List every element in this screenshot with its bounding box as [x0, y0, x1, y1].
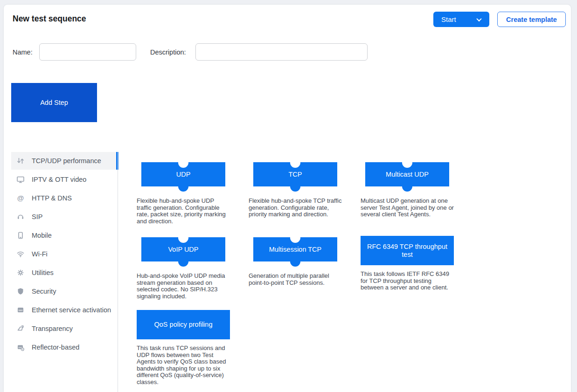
- puzzle-bump: [178, 181, 188, 192]
- sidebar-item-ethernet-service-activation[interactable]: Ethernet service activation: [11, 301, 118, 319]
- task-cell: TCP Flexible hub-and-spoke TCP traffic g…: [239, 162, 351, 218]
- sidebar-item-sip[interactable]: SIP: [11, 208, 118, 226]
- puzzle-notch: [290, 158, 300, 168]
- sidebar-item-mobile[interactable]: Mobile: [11, 227, 118, 244]
- create-template-button[interactable]: Create template: [497, 12, 566, 27]
- task-description: Hub-and-spoke VoIP UDP media stream gene…: [137, 273, 230, 300]
- task-cell: Multisession TCP Generation of multiple …: [239, 237, 351, 286]
- sidebar-item-transparency[interactable]: Transparency: [11, 320, 118, 337]
- puzzle-notch: [178, 233, 188, 243]
- sidebar-item-label: Ethernet service activation: [32, 306, 111, 314]
- headset-icon: [16, 213, 25, 221]
- sidebar-item-label: Wi-Fi: [32, 250, 48, 258]
- page-title: New test sequence: [13, 14, 86, 24]
- at-sign-icon: @: [16, 194, 25, 202]
- task-button-label: QoS policy profiling: [154, 321, 213, 329]
- puzzle-notch: [402, 158, 412, 168]
- task-button-label: TCP: [289, 171, 302, 179]
- puzzle-bump: [290, 181, 300, 192]
- sidebar-item-tcp-udp-performance[interactable]: TCP/UDP performance: [11, 152, 118, 170]
- task-cell: VoIP UDP Hub-and-spoke VoIP UDP media st…: [127, 237, 239, 300]
- task-multicast-udp-button[interactable]: Multicast UDP: [365, 162, 449, 186]
- sidebar-item-label: Reflector-based: [32, 344, 79, 351]
- task-button-label: VoIP UDP: [168, 246, 198, 254]
- sidebar-item-label: Security: [32, 288, 56, 295]
- gear-icon: [16, 268, 25, 277]
- transparency-icon: [16, 324, 25, 333]
- task-button-label: RFC 6349 TCP throughput test: [367, 243, 447, 259]
- sidebar-item-reflector-based[interactable]: Reflector-based: [11, 338, 118, 356]
- task-description: Flexible hub-and-spoke UDP traffic gener…: [137, 198, 230, 225]
- task-category-sidebar: TCP/UDP performance IPTV & OTT video @ H…: [11, 152, 118, 357]
- task-cell: Multicast UDP Multicast UDP generation a…: [351, 162, 463, 218]
- chevron-down-icon: [476, 16, 481, 21]
- task-tcp-button[interactable]: TCP: [253, 162, 337, 186]
- task-rfc-6349-tcp-throughput-test-button[interactable]: RFC 6349 TCP throughput test: [361, 236, 454, 265]
- name-input[interactable]: [39, 43, 136, 61]
- start-button[interactable]: Start: [433, 12, 489, 27]
- task-cell: UDP Flexible hub-and-spoke UDP traffic g…: [127, 162, 239, 225]
- task-description: This task runs TCP sessions and UDP flow…: [137, 345, 230, 386]
- task-button-label: UDP: [176, 171, 191, 179]
- task-description: Flexible hub-and-spoke TCP traffic gener…: [249, 198, 342, 218]
- wifi-icon: [16, 250, 25, 258]
- arrows-up-down-icon: [16, 157, 25, 165]
- task-description: This task follows IETF RFC 6349 for TCP …: [361, 271, 454, 291]
- sidebar-item-label: HTTP & DNS: [32, 194, 72, 202]
- sidebar-item-label: TCP/UDP performance: [32, 157, 101, 165]
- puzzle-bump: [402, 181, 412, 192]
- reflector-icon: [16, 343, 25, 351]
- sidebar-item-label: Mobile: [32, 232, 52, 239]
- puzzle-bump: [290, 256, 300, 267]
- shield-icon: [16, 287, 25, 296]
- puzzle-bump: [178, 256, 188, 267]
- sidebar-divider: [118, 152, 118, 392]
- puzzle-notch: [290, 233, 300, 243]
- sidebar-item-utilities[interactable]: Utilities: [11, 264, 118, 282]
- sidebar-item-http-dns[interactable]: @ HTTP & DNS: [11, 189, 118, 207]
- task-voip-udp-button[interactable]: VoIP UDP: [141, 237, 225, 261]
- main-card: New test sequence Start Create template …: [4, 5, 571, 392]
- ethernet-port-icon: [16, 306, 25, 314]
- sidebar-item-wi-fi[interactable]: Wi-Fi: [11, 245, 118, 263]
- task-cell: RFC 6349 TCP throughput test This task f…: [351, 236, 463, 291]
- task-cell: QoS policy profiling This task runs TCP …: [127, 310, 239, 386]
- task-description: Generation of multiple parallel point-to…: [249, 273, 342, 286]
- task-multisession-tcp-button[interactable]: Multisession TCP: [253, 237, 337, 261]
- monitor-icon: [16, 175, 25, 184]
- name-label: Name:: [13, 48, 33, 56]
- sidebar-item-label: Transparency: [32, 325, 73, 332]
- add-step-button[interactable]: Add Step: [11, 83, 97, 122]
- task-udp-button[interactable]: UDP: [141, 162, 225, 186]
- puzzle-notch: [178, 158, 188, 168]
- description-input[interactable]: [195, 43, 368, 61]
- task-button-label: Multicast UDP: [386, 171, 429, 179]
- sidebar-item-label: Utilities: [32, 269, 54, 276]
- task-description: Multicast UDP generation at one server T…: [361, 198, 454, 218]
- sidebar-item-label: IPTV & OTT video: [32, 176, 86, 183]
- sidebar-item-security[interactable]: Security: [11, 282, 118, 300]
- sidebar-item-label: SIP: [32, 213, 42, 220]
- sidebar-item-iptv-ott-video[interactable]: IPTV & OTT video: [11, 171, 118, 188]
- description-label: Description:: [150, 48, 186, 56]
- start-button-label: Start: [441, 15, 456, 23]
- task-button-label: Multisession TCP: [269, 246, 322, 254]
- task-qos-policy-profiling-button[interactable]: QoS policy profiling: [137, 310, 230, 339]
- smartphone-icon: [16, 231, 25, 240]
